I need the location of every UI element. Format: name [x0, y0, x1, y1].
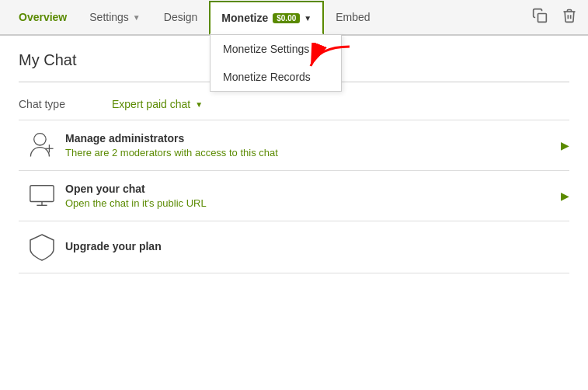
top-navigation: Overview Settings ▼ Design Monetize $0.0… — [0, 0, 588, 36]
nav-overview[interactable]: Overview — [8, 0, 78, 34]
open-chat-arrow[interactable]: ▶ — [561, 190, 569, 202]
upgrade-plan-content: Upgrade your plan — [65, 240, 569, 255]
upgrade-icon — [19, 232, 65, 262]
nav-settings[interactable]: Settings ▼ — [78, 0, 152, 34]
svg-rect-5 — [30, 186, 54, 202]
manage-admins-title: Manage administrators — [65, 132, 561, 145]
open-chat-title: Open your chat — [65, 183, 561, 195]
upgrade-plan-row: Upgrade your plan — [19, 221, 569, 273]
chat-type-value[interactable]: Expert paid chat ▼ — [112, 98, 203, 110]
manage-admins-content: Manage administrators There are 2 modera… — [65, 132, 561, 158]
svg-point-2 — [34, 134, 46, 145]
open-chat-row: Open your chat Open the chat in it's pub… — [19, 171, 569, 221]
svg-rect-0 — [538, 13, 547, 22]
red-arrow-indicator — [303, 43, 357, 76]
person-add-icon — [19, 131, 65, 159]
settings-caret: ▼ — [133, 13, 141, 22]
trash-icon[interactable] — [558, 5, 580, 30]
monetize-caret: ▼ — [304, 14, 311, 23]
nav-action-icons — [529, 5, 580, 30]
chat-type-row: Chat type Expert paid chat ▼ — [19, 89, 569, 120]
open-chat-content: Open your chat Open the chat in it's pub… — [65, 183, 561, 209]
monetize-badge: $0.00 — [273, 13, 300, 23]
chat-type-label: Chat type — [19, 98, 112, 110]
manage-admins-desc: There are 2 moderators with access to th… — [65, 147, 561, 158]
nav-monetize[interactable]: Monetize $0.00 ▼ — [209, 1, 324, 35]
upgrade-plan-title: Upgrade your plan — [65, 240, 569, 252]
copy-icon[interactable] — [529, 5, 551, 30]
manage-admins-row: Manage administrators There are 2 modera… — [19, 120, 569, 171]
open-chat-desc: Open the chat in it's public URL — [65, 197, 561, 209]
monitor-icon — [19, 182, 65, 210]
chat-type-caret: ▼ — [195, 100, 203, 109]
manage-admins-arrow[interactable]: ▶ — [561, 139, 569, 151]
nav-design[interactable]: Design — [152, 0, 210, 34]
nav-embed[interactable]: Embed — [324, 0, 381, 34]
